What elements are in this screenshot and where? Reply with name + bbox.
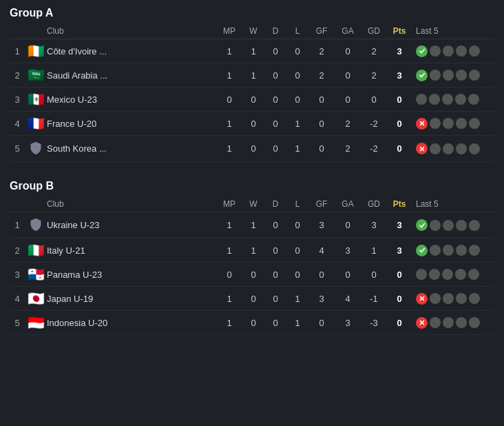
l-cell: 1 [286, 318, 308, 328]
mp-cell: 0 [216, 270, 242, 280]
rank-cell: 3 [10, 94, 25, 105]
mp-cell: 0 [216, 94, 242, 105]
table-row[interactable]: 2 🇸🇦 Saudi Arabia ... 1 1 0 0 2 0 2 3 [10, 63, 494, 88]
flag-cell [25, 141, 47, 156]
d-cell: 0 [264, 143, 286, 154]
gd-cell: -2 [361, 143, 387, 154]
w-cell: 0 [242, 294, 264, 304]
team-name-cell: Mexico U-23 [47, 94, 216, 105]
pts-cell: 3 [387, 220, 412, 230]
mp-cell: 1 [216, 318, 242, 328]
col-name-header: Club [47, 26, 216, 36]
col-name-header: Club [47, 199, 216, 209]
d-cell: 0 [264, 70, 286, 81]
group-section-1: Group B Club MP W D L GF GA GD Pts Last … [0, 173, 504, 339]
l-cell: 1 [286, 294, 308, 304]
pts-cell: 3 [387, 70, 412, 81]
col-l-header: L [286, 199, 308, 209]
ga-cell: 0 [335, 220, 361, 230]
gd-cell: -2 [361, 119, 387, 129]
gf-cell: 0 [308, 318, 335, 328]
l-cell: 0 [286, 70, 308, 81]
gf-cell: 3 [308, 294, 335, 304]
col-ga-header: GA [335, 199, 361, 209]
gd-cell: 0 [361, 270, 387, 280]
table-row[interactable]: 3 🇲🇽 Mexico U-23 0 0 0 0 0 0 0 0 [10, 88, 494, 112]
w-cell: 1 [242, 245, 264, 256]
gf-cell: 2 [308, 46, 335, 57]
table-row[interactable]: 2 🇮🇹 Italy U-21 1 1 0 0 4 3 1 3 [10, 239, 494, 263]
gf-cell: 0 [308, 143, 335, 154]
mp-cell: 1 [216, 119, 242, 129]
table-header-0: Club MP W D L GF GA GD Pts Last 5 [10, 23, 494, 39]
ga-cell: 4 [335, 294, 361, 304]
rank-cell: 3 [10, 270, 25, 280]
mp-cell: 1 [216, 220, 242, 230]
d-cell: 0 [264, 119, 286, 129]
team-name-cell: Italy U-21 [47, 245, 216, 256]
gd-cell: 3 [361, 220, 387, 230]
table-row[interactable]: 3 🇵🇦 Panama U-23 0 0 0 0 0 0 0 0 [10, 263, 494, 287]
rank-cell: 5 [10, 143, 25, 154]
flag-cell: 🇫🇷 [25, 116, 47, 130]
l-cell: 0 [286, 270, 308, 280]
team-name-cell: Saudi Arabia ... [47, 70, 216, 81]
mp-cell: 1 [216, 143, 242, 154]
l-cell: 1 [286, 119, 308, 129]
flag-cell: 🇯🇵 [25, 292, 47, 305]
gd-cell: 2 [361, 46, 387, 57]
gf-cell: 2 [308, 70, 335, 81]
team-name-cell: France U-20 [47, 119, 216, 129]
col-last5-header: Last 5 [412, 199, 494, 209]
last5-cell [412, 245, 494, 256]
col-w-header: W [242, 26, 264, 36]
mp-cell: 1 [216, 70, 242, 81]
table-row[interactable]: 1 🇨🇮 Côte d'Ivoire ... 1 1 0 0 2 0 2 3 [10, 39, 494, 63]
mp-cell: 1 [216, 46, 242, 57]
l-cell: 0 [286, 94, 308, 105]
ga-cell: 0 [335, 46, 361, 57]
last5-cell [412, 143, 494, 154]
table-row[interactable]: 1 Ukraine U-23 1 1 0 0 3 0 3 3 [10, 212, 494, 239]
pts-cell: 0 [387, 294, 412, 304]
col-l-header: L [286, 26, 308, 36]
flag-cell: 🇸🇦 [25, 68, 47, 82]
gd-cell: -3 [361, 318, 387, 328]
group-title-0: Group A [10, 7, 494, 19]
flag-cell: 🇵🇦 [25, 267, 47, 281]
rank-cell: 5 [10, 318, 25, 328]
col-w-header: W [242, 199, 264, 209]
rank-cell: 2 [10, 70, 25, 81]
pts-cell: 0 [387, 143, 412, 154]
col-pts-header: Pts [387, 199, 412, 209]
table-row[interactable]: 4 🇯🇵 Japan U-19 1 0 0 1 3 4 -1 0 [10, 287, 494, 311]
col-gd-header: GD [361, 26, 387, 36]
d-cell: 0 [264, 294, 286, 304]
col-mp-header: MP [216, 199, 242, 209]
d-cell: 0 [264, 318, 286, 328]
gf-cell: 0 [308, 94, 335, 105]
mp-cell: 1 [216, 245, 242, 256]
table-row[interactable]: 5 South Korea ... 1 0 0 1 0 2 -2 0 [10, 136, 494, 162]
ga-cell: 3 [335, 245, 361, 256]
w-cell: 0 [242, 94, 264, 105]
w-cell: 1 [242, 220, 264, 230]
pts-cell: 0 [387, 119, 412, 129]
w-cell: 1 [242, 46, 264, 57]
table-row[interactable]: 4 🇫🇷 France U-20 1 0 0 1 0 2 -2 0 [10, 112, 494, 136]
w-cell: 0 [242, 270, 264, 280]
ga-cell: 0 [335, 70, 361, 81]
last5-cell [412, 293, 494, 305]
ga-cell: 2 [335, 143, 361, 154]
mp-cell: 1 [216, 294, 242, 304]
pts-cell: 3 [387, 46, 412, 57]
gf-cell: 4 [308, 245, 335, 256]
ga-cell: 3 [335, 318, 361, 328]
col-d-header: D [264, 26, 286, 36]
rank-cell: 1 [10, 220, 25, 230]
l-cell: 0 [286, 220, 308, 230]
w-cell: 0 [242, 318, 264, 328]
table-row[interactable]: 5 🇮🇩 Indonesia U-20 1 0 0 1 0 3 -3 0 [10, 311, 494, 335]
gf-cell: 0 [308, 270, 335, 280]
w-cell: 1 [242, 70, 264, 81]
